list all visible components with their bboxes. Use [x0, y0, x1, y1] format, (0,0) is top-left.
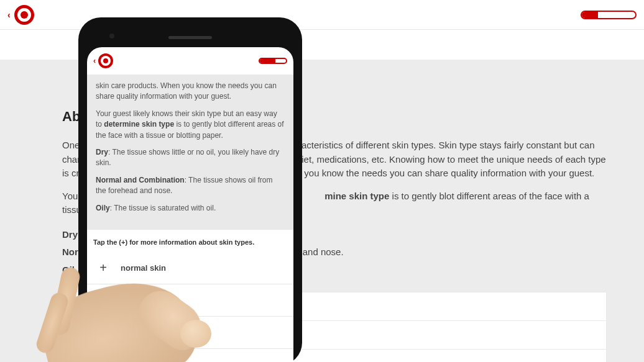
phone-target-logo-icon[interactable] [98, 53, 113, 68]
plus-icon: + [98, 358, 108, 362]
back-chevron-icon[interactable]: ‹ [7, 10, 11, 20]
phone-instruction: Tap the (+) for more information about s… [87, 230, 293, 252]
phone-mockup: ‹ skin care products. When you know the … [78, 17, 308, 362]
phone-p2: Your guest likely knows their skin type … [96, 109, 285, 141]
phone-accordion: + normal skin + dry skin + oily skin + [87, 252, 293, 362]
accordion-label: dry skin [121, 296, 152, 305]
phone-screen: ‹ skin care products. When you know the … [87, 47, 293, 362]
accordion-row-more[interactable]: + [87, 349, 293, 362]
phone-progress-indicator [259, 58, 287, 64]
phone-back-chevron-icon[interactable]: ‹ [93, 57, 96, 65]
phone-text-block: skin care products. When you know the ne… [87, 75, 293, 230]
accordion-row-normal-skin[interactable]: + normal skin [87, 252, 293, 284]
accordion-row-oily-skin[interactable]: + oily skin [87, 317, 293, 349]
phone-p1: skin care products. When you know the ne… [96, 81, 285, 102]
phone-speaker-icon [168, 36, 212, 39]
accordion-row-dry-skin[interactable]: + dry skin [87, 284, 293, 317]
phone-normal: Normal and Combination: The tissue shows… [96, 175, 285, 197]
phone-header: ‹ [87, 47, 293, 75]
phone-frame: ‹ skin care products. When you know the … [78, 17, 302, 362]
progress-indicator [581, 11, 637, 19]
phone-body: skin care products. When you know the ne… [87, 75, 293, 362]
plus-icon: + [98, 293, 108, 307]
accordion-label: normal skin [121, 263, 166, 273]
target-logo-icon[interactable] [14, 5, 34, 25]
plus-icon: + [98, 261, 108, 275]
phone-camera-icon [109, 34, 114, 38]
plus-icon: + [98, 325, 108, 340]
accordion-label: oily skin [121, 328, 153, 337]
header-left: ‹ [7, 5, 34, 25]
phone-dry: Dry: The tissue shows little or no oil, … [96, 147, 285, 169]
phone-oily: Oily: The tissue is saturated with oil. [96, 203, 285, 214]
